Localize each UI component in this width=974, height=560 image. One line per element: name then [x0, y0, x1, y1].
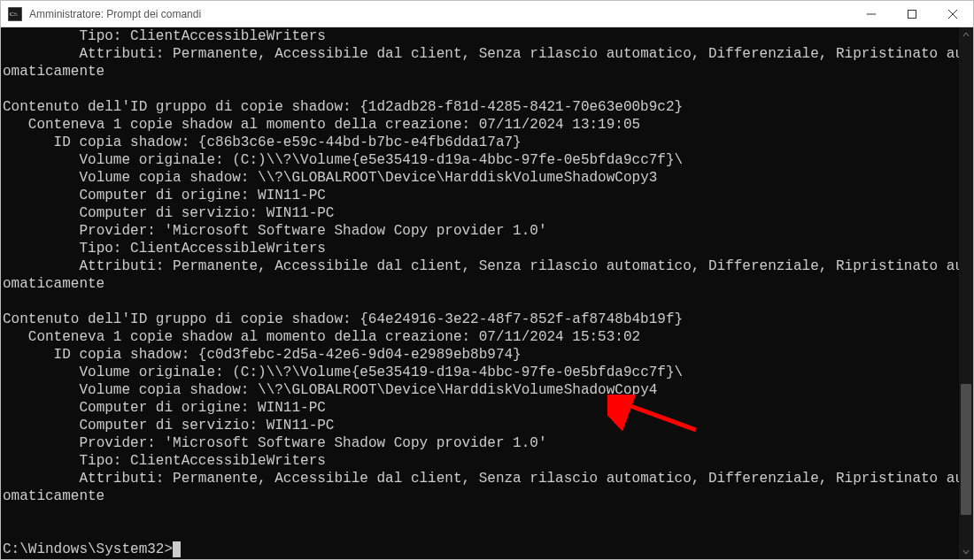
- scroll-track[interactable]: [959, 42, 973, 545]
- terminal-output[interactable]: Tipo: ClientAccessibleWriters Attributi:…: [1, 27, 973, 559]
- svg-text:C:\: C:\: [10, 11, 18, 18]
- svg-rect-3: [908, 10, 916, 18]
- scroll-down-arrow[interactable]: [959, 545, 973, 559]
- minimize-button[interactable]: [851, 1, 892, 27]
- cmd-window: C:\ Amministratore: Prompt dei comandi T…: [0, 0, 974, 560]
- close-button[interactable]: [932, 1, 973, 27]
- vertical-scrollbar[interactable]: [959, 27, 973, 559]
- cursor: [173, 541, 181, 557]
- window-title: Amministratore: Prompt dei comandi: [29, 8, 201, 20]
- titlebar[interactable]: C:\ Amministratore: Prompt dei comandi: [1, 1, 973, 27]
- scroll-thumb[interactable]: [961, 384, 971, 515]
- command-prompt[interactable]: C:\Windows\System32>: [3, 541, 173, 557]
- maximize-button[interactable]: [892, 1, 932, 27]
- cmd-icon: C:\: [8, 7, 22, 21]
- scroll-up-arrow[interactable]: [959, 27, 973, 42]
